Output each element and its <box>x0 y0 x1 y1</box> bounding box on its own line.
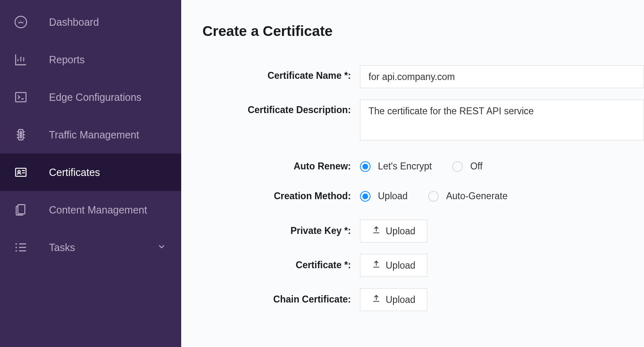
svg-point-8 <box>20 136 22 138</box>
certificate-description-row: Certificate Description: <box>202 100 644 142</box>
svg-rect-11 <box>18 205 25 214</box>
sidebar-item-traffic-management[interactable]: Traffic Management <box>0 116 181 153</box>
sidebar: Dashboard Reports Edge Configurations Tr… <box>0 0 181 347</box>
sidebar-item-label: Reports <box>49 54 181 66</box>
svg-point-14 <box>16 251 16 251</box>
svg-point-10 <box>18 171 20 173</box>
svg-point-7 <box>20 134 22 136</box>
creation-method-row: Creation Method: Upload Auto-Generate <box>202 190 644 202</box>
sidebar-item-dashboard[interactable]: Dashboard <box>0 3 181 41</box>
svg-rect-4 <box>16 93 26 102</box>
chain-certificate-row: Chain Certificate: Upload <box>202 288 644 311</box>
creation-method-label: Creation Method: <box>202 190 354 202</box>
svg-point-13 <box>16 247 16 247</box>
radio-label: Off <box>470 161 482 172</box>
terminal-icon <box>13 89 29 105</box>
auto-renew-option-off[interactable]: Off <box>452 161 482 172</box>
auto-renew-option-lets-encrypt[interactable]: Let's Encrypt <box>360 161 432 172</box>
auto-renew-label: Auto Renew: <box>202 160 354 172</box>
chain-certificate-label: Chain Certificate: <box>202 288 354 305</box>
svg-point-6 <box>20 131 22 133</box>
upload-button-label: Upload <box>386 260 415 271</box>
upload-icon <box>372 225 381 237</box>
certificate-label: Certificate *: <box>202 254 354 271</box>
radio-label: Let's Encrypt <box>378 161 432 172</box>
radio-icon <box>360 191 371 202</box>
svg-rect-9 <box>16 168 26 176</box>
svg-point-3 <box>23 21 24 22</box>
certificate-name-row: Certificate Name *: <box>202 65 644 88</box>
traffic-icon <box>13 127 29 142</box>
chevron-down-icon <box>157 242 167 253</box>
radio-icon <box>360 161 371 172</box>
dashboard-icon <box>13 14 29 30</box>
content-icon <box>13 202 29 218</box>
reports-icon <box>13 52 29 67</box>
svg-point-1 <box>20 20 21 21</box>
upload-icon <box>372 294 381 305</box>
certificate-description-input[interactable] <box>360 100 644 140</box>
certificate-name-label: Certificate Name *: <box>202 65 354 81</box>
sidebar-item-certificates[interactable]: Certificates <box>0 153 181 191</box>
radio-icon <box>452 161 463 172</box>
auto-renew-row: Auto Renew: Let's Encrypt Off <box>202 160 644 172</box>
auto-renew-radio-group: Let's Encrypt Off <box>360 160 644 172</box>
sidebar-item-label: Certificates <box>49 167 181 178</box>
svg-point-12 <box>16 244 16 244</box>
sidebar-item-label: Tasks <box>49 242 157 254</box>
certificate-icon <box>13 165 29 180</box>
creation-method-radio-group: Upload Auto-Generate <box>360 190 644 202</box>
certificate-row: Certificate *: Upload <box>202 254 644 277</box>
certificate-name-input[interactable] <box>360 65 644 88</box>
private-key-upload-button[interactable]: Upload <box>360 220 427 242</box>
upload-button-label: Upload <box>386 294 415 305</box>
sidebar-item-label: Dashboard <box>49 16 181 28</box>
sidebar-item-label: Edge Configurations <box>49 91 181 103</box>
creation-method-option-auto-generate[interactable]: Auto-Generate <box>428 191 508 202</box>
radio-icon <box>428 191 439 202</box>
creation-method-option-upload[interactable]: Upload <box>360 191 408 202</box>
sidebar-item-reports[interactable]: Reports <box>0 41 181 78</box>
radio-label: Auto-Generate <box>446 191 508 202</box>
main-content: Create a Certificate Certificate Name *:… <box>181 0 644 347</box>
tasks-icon <box>13 240 29 255</box>
upload-icon <box>372 260 381 271</box>
sidebar-item-label: Content Management <box>49 204 181 216</box>
chain-certificate-upload-button[interactable]: Upload <box>360 288 427 311</box>
radio-label: Upload <box>378 191 408 202</box>
svg-point-2 <box>18 21 18 22</box>
certificate-description-label: Certificate Description: <box>202 100 354 116</box>
private-key-row: Private Key *: Upload <box>202 220 644 242</box>
sidebar-item-tasks[interactable]: Tasks <box>0 229 181 266</box>
sidebar-item-edge-configurations[interactable]: Edge Configurations <box>0 78 181 116</box>
sidebar-item-content-management[interactable]: Content Management <box>0 191 181 229</box>
private-key-label: Private Key *: <box>202 220 354 236</box>
sidebar-item-label: Traffic Management <box>49 129 181 141</box>
certificate-upload-button[interactable]: Upload <box>360 254 427 277</box>
page-title: Create a Certificate <box>202 23 644 39</box>
upload-button-label: Upload <box>386 226 415 237</box>
